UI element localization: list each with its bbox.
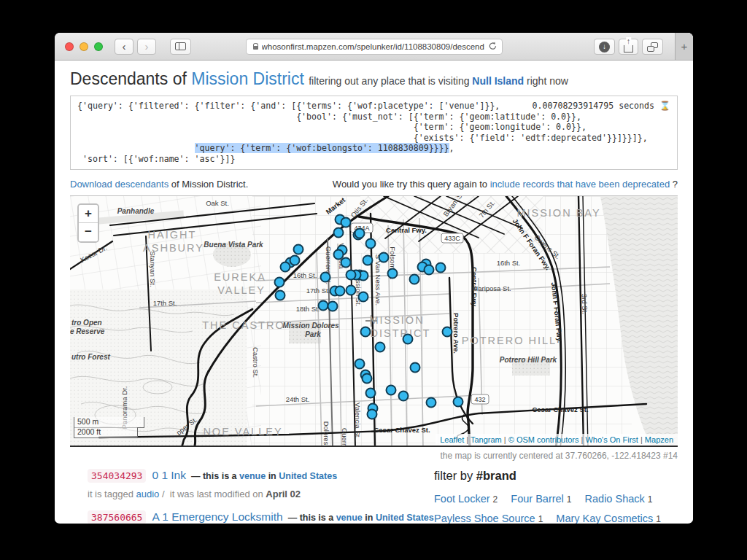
- tab-overview-button[interactable]: [642, 39, 663, 55]
- query-timing: 0.00708293914795 seconds ⌛: [533, 101, 671, 111]
- window-controls: [65, 42, 103, 51]
- map-label: Castro St.: [252, 346, 260, 377]
- venue-marker[interactable]: [281, 262, 290, 271]
- venue-marker[interactable]: [294, 244, 303, 254]
- toolbar-right-buttons: ↓ ↑: [594, 39, 667, 55]
- venue-marker[interactable]: [366, 388, 376, 397]
- venue-marker[interactable]: [388, 268, 398, 278]
- venue-marker[interactable]: [399, 391, 409, 400]
- record-name-link[interactable]: A 1 Emergency Locksmith: [152, 510, 282, 524]
- venue-marker[interactable]: [410, 274, 419, 284]
- null-island-link[interactable]: Null Island: [472, 75, 524, 87]
- record-name-link[interactable]: 0 1 Ink: [152, 469, 186, 482]
- venue-marker[interactable]: [411, 362, 420, 372]
- minimize-window-button[interactable]: [80, 42, 88, 51]
- brand-filter-item: Payless Shoe Source1: [434, 513, 543, 524]
- reload-icon[interactable]: [489, 42, 497, 52]
- venue-marker[interactable]: [355, 359, 365, 368]
- brand-count: 1: [648, 494, 653, 505]
- venue-marker[interactable]: [387, 385, 396, 394]
- map-label: Potrero Ave.: [452, 313, 460, 354]
- venue-marker[interactable]: [290, 255, 300, 265]
- map-center-status: the map is currently centered at 37.7602…: [70, 451, 678, 461]
- zoom-in-button[interactable]: +: [79, 205, 98, 223]
- venue-marker[interactable]: [347, 270, 356, 279]
- venue-marker[interactable]: [425, 265, 434, 274]
- venue-marker[interactable]: [334, 228, 344, 237]
- venue-marker[interactable]: [276, 290, 285, 300]
- attribution-link[interactable]: © OSM contributors: [508, 435, 579, 444]
- address-bar[interactable]: whosonfirst.mapzen.com/spelunker/id/1108…: [246, 39, 503, 55]
- venue-marker[interactable]: [443, 327, 452, 336]
- record-id[interactable]: 387560665: [88, 510, 146, 524]
- map-label: Park: [305, 330, 321, 338]
- venue-marker[interactable]: [341, 257, 351, 267]
- map-label: utro Forest: [71, 353, 110, 361]
- map-label: NOE VALLEY: [203, 426, 282, 438]
- venue-marker[interactable]: [436, 262, 446, 272]
- venue-marker[interactable]: [363, 255, 373, 265]
- venue-marker[interactable]: [359, 292, 368, 301]
- browser-window: ‹ › whosonfirst.mapzen.com/spelunker/id/…: [55, 33, 693, 524]
- venue-type-link[interactable]: venue: [336, 513, 363, 523]
- brand-link[interactable]: Radio Shack: [585, 493, 645, 505]
- venue-marker[interactable]: [379, 252, 389, 262]
- attribution-link[interactable]: Leaflet: [440, 435, 464, 444]
- brand-link[interactable]: Payless Shoe Source: [434, 513, 535, 524]
- venue-marker[interactable]: [363, 373, 372, 383]
- venue-marker[interactable]: [403, 334, 413, 343]
- record-id[interactable]: 354034293: [88, 469, 146, 483]
- download-descendants-link[interactable]: Download descendants: [70, 179, 169, 190]
- venue-marker[interactable]: [366, 238, 376, 248]
- record-meta: — this is a venue in United States: [191, 471, 337, 481]
- mission-district-link[interactable]: Mission District: [191, 69, 304, 88]
- map-label: ASHBURY: [143, 242, 204, 254]
- country-link[interactable]: United States: [279, 471, 337, 481]
- retry-line: Would you like try this query again to i…: [333, 179, 678, 190]
- map-label: POTRERO HILL: [462, 335, 557, 346]
- brand-link[interactable]: Mary Kay Cosmetics: [556, 513, 653, 524]
- map-label: THE CASTRO: [202, 319, 285, 331]
- new-tab-button[interactable]: +: [675, 33, 693, 60]
- brand-count: 2: [493, 494, 498, 505]
- venue-marker[interactable]: [376, 342, 385, 351]
- venue-marker[interactable]: [341, 217, 351, 227]
- forward-button[interactable]: ›: [137, 39, 156, 55]
- venue-marker[interactable]: [336, 286, 345, 295]
- back-button[interactable]: ‹: [115, 39, 133, 55]
- venue-marker[interactable]: [454, 397, 463, 406]
- brand-filter-item: Mary Kay Cosmetics1: [556, 513, 661, 524]
- close-window-button[interactable]: [65, 42, 74, 51]
- zoom-out-button[interactable]: −: [79, 223, 98, 241]
- venue-marker[interactable]: [319, 300, 328, 310]
- map-label: tro Open: [71, 319, 102, 327]
- venue-marker[interactable]: [347, 285, 356, 295]
- venue-marker[interactable]: [368, 409, 377, 419]
- venue-marker[interactable]: [321, 272, 330, 281]
- share-button[interactable]: ↑: [619, 39, 638, 55]
- country-link[interactable]: United States: [376, 513, 434, 523]
- venue-marker[interactable]: [355, 228, 365, 238]
- map[interactable]: PanhandleOak St.Kezar Dr.Stanyan St.HAIG…: [70, 195, 678, 447]
- downloads-button[interactable]: ↓: [594, 39, 615, 55]
- venue-marker[interactable]: [328, 301, 338, 311]
- map-label: 16th St.: [293, 271, 317, 279]
- venue-marker[interactable]: [427, 397, 436, 407]
- attribution-link[interactable]: Who's On First: [585, 435, 638, 444]
- venue-marker[interactable]: [334, 249, 344, 259]
- include-deprecated-link[interactable]: include records that have been deprecate…: [490, 179, 670, 190]
- zoom-window-button[interactable]: [94, 42, 103, 51]
- attribution-link[interactable]: Tangram: [471, 435, 502, 444]
- brand-link[interactable]: Four Barrel: [511, 493, 564, 505]
- venue-type-link[interactable]: venue: [239, 471, 266, 481]
- brand-link[interactable]: Foot Locker: [434, 493, 490, 505]
- sidebar-icon: [175, 42, 186, 50]
- brand-count: 1: [538, 514, 543, 524]
- attribution-link[interactable]: Mapzen: [645, 435, 673, 444]
- sidebar-button[interactable]: [170, 39, 191, 55]
- map-label: Mariposa St.: [472, 284, 511, 292]
- tag-link[interactable]: audio: [136, 489, 160, 499]
- venue-marker[interactable]: [275, 277, 285, 287]
- map-label: Oak St.: [206, 199, 229, 207]
- venue-marker[interactable]: [361, 327, 371, 336]
